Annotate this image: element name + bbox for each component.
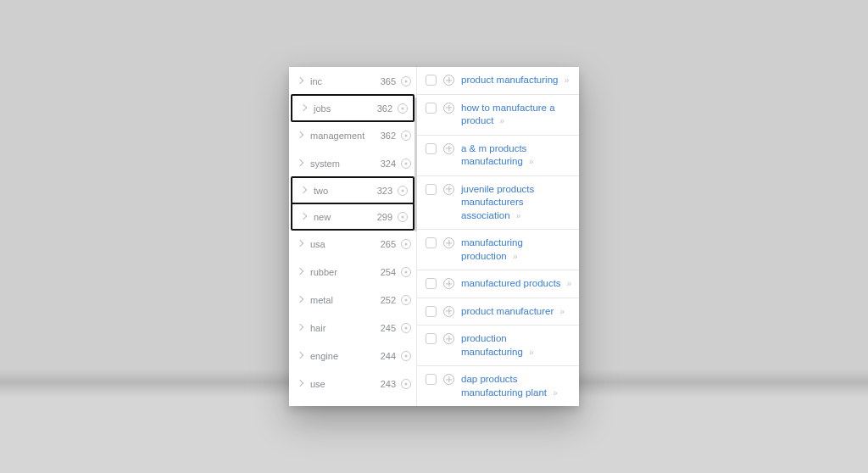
suggestion-text: production manufacturing bbox=[461, 333, 523, 357]
suggestion-link[interactable]: product manufacturer » bbox=[461, 305, 570, 319]
eye-icon[interactable] bbox=[401, 239, 411, 249]
chevron-right-icon bbox=[298, 381, 303, 387]
checkbox[interactable] bbox=[426, 184, 437, 195]
plus-circle-icon[interactable] bbox=[443, 374, 454, 385]
keyword-count: 299 bbox=[377, 212, 392, 222]
eye-icon[interactable] bbox=[401, 131, 411, 141]
suggestion-row: production manufacturing » bbox=[417, 326, 579, 366]
suggestion-text: dap products manufacturing plant bbox=[461, 374, 547, 398]
keyword-label: engine bbox=[310, 351, 381, 361]
keyword-label: metal bbox=[310, 295, 381, 305]
chevron-right-icon bbox=[298, 78, 303, 84]
chevron-right-icon bbox=[301, 214, 307, 220]
eye-icon[interactable] bbox=[401, 379, 411, 389]
double-chevron-icon: » bbox=[560, 306, 564, 318]
eye-icon[interactable] bbox=[401, 76, 411, 86]
keyword-count: 362 bbox=[377, 103, 392, 114]
double-chevron-icon: » bbox=[567, 278, 570, 290]
double-chevron-icon: » bbox=[513, 251, 516, 263]
keyword-row[interactable]: inc365 bbox=[289, 67, 416, 95]
eye-icon[interactable] bbox=[401, 159, 411, 169]
suggestion-row: juvenile products manufacturers associat… bbox=[417, 176, 579, 231]
suggestion-row: manufacturing production » bbox=[417, 230, 579, 270]
suggestion-text: product manufacturer bbox=[461, 306, 554, 316]
chevron-right-icon bbox=[298, 132, 303, 138]
eye-icon[interactable] bbox=[401, 295, 411, 305]
chevron-right-icon bbox=[298, 353, 303, 359]
keyword-row[interactable]: use243 bbox=[289, 370, 416, 398]
keyword-row[interactable]: system324 bbox=[289, 149, 416, 177]
eye-icon[interactable] bbox=[398, 186, 408, 196]
suggestion-link[interactable]: production manufacturing » bbox=[461, 332, 570, 359]
checkbox[interactable] bbox=[426, 75, 437, 86]
plus-circle-icon[interactable] bbox=[443, 103, 454, 114]
eye-icon[interactable] bbox=[401, 351, 411, 361]
suggestion-link[interactable]: juvenile products manufacturers associat… bbox=[461, 183, 570, 223]
keyword-count: 254 bbox=[381, 267, 396, 277]
checkbox[interactable] bbox=[426, 237, 437, 248]
keyword-row[interactable]: hair245 bbox=[289, 314, 416, 342]
keyword-row[interactable]: engine244 bbox=[289, 342, 416, 370]
keyword-count: 362 bbox=[381, 131, 396, 141]
chevron-right-icon bbox=[298, 241, 303, 247]
suggestion-row: product manufacturer » bbox=[417, 298, 579, 326]
suggestion-link[interactable]: manufactured products » bbox=[461, 277, 570, 291]
checkbox[interactable] bbox=[426, 278, 437, 289]
columns: inc365jobs362management362system324two32… bbox=[289, 67, 579, 406]
checkbox[interactable] bbox=[426, 306, 437, 317]
chevron-right-icon bbox=[298, 325, 303, 331]
keyword-list: inc365jobs362management362system324two32… bbox=[289, 67, 416, 406]
suggestion-link[interactable]: product manufacturing » bbox=[461, 74, 570, 87]
double-chevron-icon: » bbox=[529, 347, 532, 359]
plus-circle-icon[interactable] bbox=[443, 278, 454, 289]
keyword-row[interactable]: usa265 bbox=[289, 230, 416, 258]
eye-icon[interactable] bbox=[401, 323, 411, 333]
keyword-count: 243 bbox=[381, 379, 396, 389]
keyword-count: 245 bbox=[381, 323, 396, 333]
eye-icon[interactable] bbox=[398, 103, 408, 114]
keyword-label: system bbox=[310, 159, 381, 169]
suggestion-text: juvenile products manufacturers associat… bbox=[461, 184, 534, 220]
eye-icon[interactable] bbox=[398, 212, 408, 222]
plus-circle-icon[interactable] bbox=[443, 237, 454, 248]
checkbox[interactable] bbox=[426, 143, 437, 154]
stage: inc365jobs362management362system324two32… bbox=[0, 0, 868, 473]
keyword-count: 265 bbox=[381, 239, 396, 249]
suggestion-link[interactable]: manufacturing production » bbox=[461, 236, 570, 263]
double-chevron-icon: » bbox=[529, 156, 532, 168]
plus-circle-icon[interactable] bbox=[443, 333, 454, 344]
keyword-row[interactable]: new299 bbox=[291, 203, 415, 231]
keyword-row[interactable]: rubber254 bbox=[289, 258, 416, 286]
double-chevron-icon: » bbox=[500, 115, 504, 127]
suggestion-text: product manufacturing bbox=[461, 75, 558, 85]
panel-card: inc365jobs362management362system324two32… bbox=[289, 67, 579, 406]
double-chevron-icon: » bbox=[565, 75, 568, 86]
checkbox[interactable] bbox=[426, 333, 437, 344]
keyword-row[interactable]: jobs362 bbox=[291, 94, 415, 122]
double-chevron-icon: » bbox=[516, 210, 520, 222]
keyword-count: 252 bbox=[381, 295, 396, 305]
keyword-label: two bbox=[314, 186, 377, 196]
keyword-row[interactable]: two323 bbox=[291, 176, 415, 204]
suggestion-link[interactable]: dap products manufacturing plant » bbox=[461, 373, 570, 399]
keyword-count: 365 bbox=[381, 76, 396, 86]
eye-icon[interactable] bbox=[401, 267, 411, 277]
keyword-row[interactable]: management362 bbox=[289, 121, 416, 149]
checkbox[interactable] bbox=[426, 374, 437, 385]
keyword-row[interactable]: metal252 bbox=[289, 286, 416, 314]
suggestion-link[interactable]: a & m products manufacturing » bbox=[461, 142, 570, 169]
suggestion-link[interactable]: how to manufacture a product » bbox=[461, 102, 570, 128]
chevron-right-icon bbox=[301, 187, 307, 193]
scrollbar-thumb[interactable] bbox=[415, 97, 417, 231]
keyword-label: usa bbox=[310, 239, 381, 249]
plus-circle-icon[interactable] bbox=[443, 143, 454, 154]
keyword-label: hair bbox=[310, 323, 381, 333]
plus-circle-icon[interactable] bbox=[443, 184, 454, 195]
checkbox[interactable] bbox=[426, 103, 437, 114]
suggestion-row: a & m products manufacturing » bbox=[417, 136, 579, 176]
chevron-right-icon bbox=[301, 105, 307, 111]
keyword-label: rubber bbox=[310, 267, 381, 277]
chevron-right-icon bbox=[298, 269, 303, 275]
plus-circle-icon[interactable] bbox=[443, 75, 454, 86]
plus-circle-icon[interactable] bbox=[443, 306, 454, 317]
